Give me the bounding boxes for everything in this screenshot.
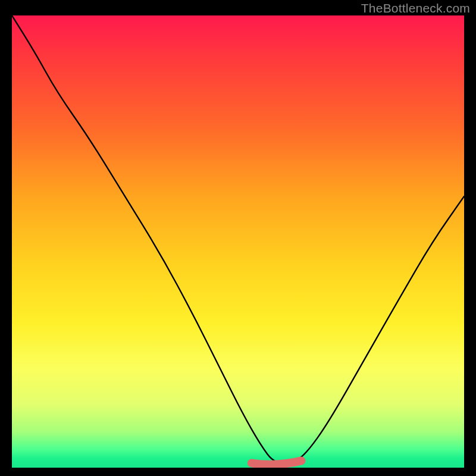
flat-zone-highlight — [252, 461, 302, 464]
watermark-text: TheBottleneck.com — [361, 1, 470, 15]
bottleneck-curve-line — [12, 15, 464, 463]
chart-frame: TheBottleneck.com — [0, 0, 476, 476]
plot-area — [12, 15, 464, 468]
chart-svg — [12, 15, 464, 468]
